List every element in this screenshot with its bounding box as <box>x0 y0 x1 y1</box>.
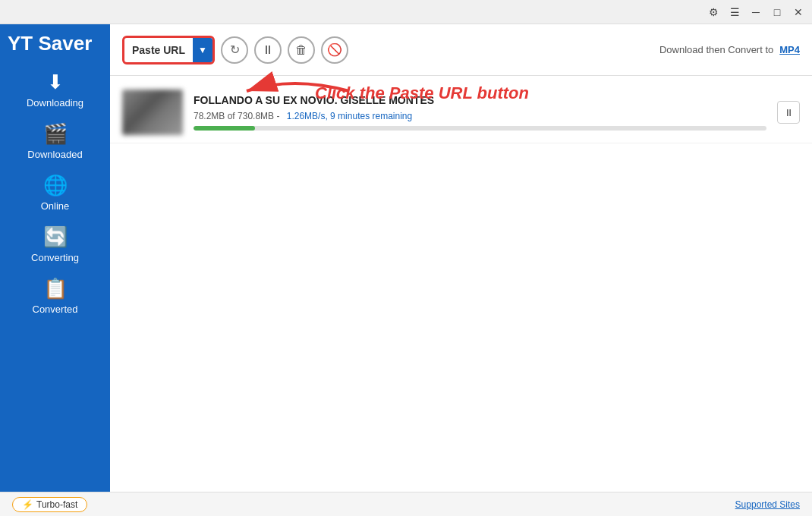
item-speed-text: 1.26MB/s, 9 minutes remaining <box>287 111 412 121</box>
turbo-fast-button[interactable]: ⚡ Turbo-fast <box>12 497 87 512</box>
close-button[interactable]: ✕ <box>788 2 809 23</box>
app-body: YT Saver ⬇ Downloading 🎬 Downloaded 🌐 On… <box>0 24 812 492</box>
item-info: FOLLANDO A SU EX NOVIO. GISELLE MONTES 7… <box>194 94 766 131</box>
download-icon: ⬇ <box>47 71 64 94</box>
item-pause-button[interactable]: ⏸ <box>777 101 800 124</box>
paste-url-label: Paste URL <box>124 44 193 56</box>
turbo-label: Turbo-fast <box>36 499 77 510</box>
sidebar-item-online[interactable]: 🌐 Online <box>0 166 110 218</box>
minimize-button[interactable]: ─ <box>745 2 766 23</box>
paste-url-dropdown[interactable]: ▼ <box>193 38 212 62</box>
paste-url-button[interactable]: Paste URL ▼ <box>122 36 215 64</box>
supported-sites-link[interactable]: Supported Sites <box>735 499 800 510</box>
progress-bar <box>194 126 766 131</box>
hide-button[interactable]: 🚫 <box>321 36 348 64</box>
video-thumbnail <box>122 90 183 135</box>
pause-button[interactable]: ⏸ <box>254 36 282 64</box>
trash-icon: 🗑 <box>295 43 307 57</box>
converted-icon: 📋 <box>43 277 68 300</box>
refresh-button[interactable]: ↻ <box>221 36 248 64</box>
progress-bar-fill <box>194 126 255 131</box>
eye-off-icon: 🚫 <box>327 42 342 57</box>
downloaded-icon: 🎬 <box>43 122 68 146</box>
settings-icon[interactable]: ⚙ <box>703 2 724 23</box>
sidebar-item-converted[interactable]: 📋 Converted <box>0 269 110 321</box>
item-size-text: 78.2MB of 730.8MB <box>194 111 274 121</box>
sidebar-item-downloading-label: Downloading <box>27 97 83 109</box>
sidebar-item-downloaded[interactable]: 🎬 Downloaded <box>0 115 110 166</box>
title-bar: ⚙ ☰ ─ □ ✕ <box>0 0 812 24</box>
delete-button[interactable]: 🗑 <box>288 36 315 64</box>
sidebar-item-downloading[interactable]: ⬇ Downloading <box>0 63 110 115</box>
refresh-icon: ↻ <box>230 42 240 57</box>
sidebar: YT Saver ⬇ Downloading 🎬 Downloaded 🌐 On… <box>0 24 110 492</box>
sidebar-item-downloaded-label: Downloaded <box>27 149 82 160</box>
menu-icon[interactable]: ☰ <box>724 2 745 23</box>
maximize-button[interactable]: □ <box>766 2 788 23</box>
convert-format[interactable]: MP4 <box>779 44 800 55</box>
item-actions: ⏸ <box>777 101 800 124</box>
toolbar: Paste URL ▼ ↻ ⏸ 🗑 🚫 Download then Conver… <box>110 24 812 76</box>
app-title: YT Saver <box>0 32 92 55</box>
convert-label: Download then Convert to <box>659 44 773 55</box>
sidebar-item-online-label: Online <box>41 200 70 212</box>
item-title: FOLLANDO A SU EX NOVIO. GISELLE MONTES <box>194 94 766 106</box>
online-icon: 🌐 <box>43 174 68 197</box>
pause-icon: ⏸ <box>262 43 274 57</box>
sidebar-item-converting[interactable]: 🔄 Converting <box>0 218 110 269</box>
footer: ⚡ Turbo-fast Supported Sites <box>0 492 812 516</box>
lightning-icon: ⚡ <box>22 499 33 510</box>
sidebar-item-converting-label: Converting <box>31 252 79 263</box>
dropdown-arrow-icon: ▼ <box>198 45 207 55</box>
main-content: Paste URL ▼ ↻ ⏸ 🗑 🚫 Download then Conver… <box>110 24 812 492</box>
download-item: FOLLANDO A SU EX NOVIO. GISELLE MONTES 7… <box>110 82 812 143</box>
item-progress-text: 78.2MB of 730.8MB - 1.26MB/s, 9 minutes … <box>194 111 766 121</box>
download-list: FOLLANDO A SU EX NOVIO. GISELLE MONTES 7… <box>110 76 812 492</box>
sidebar-item-converted-label: Converted <box>33 304 78 315</box>
converting-icon: 🔄 <box>43 225 68 249</box>
